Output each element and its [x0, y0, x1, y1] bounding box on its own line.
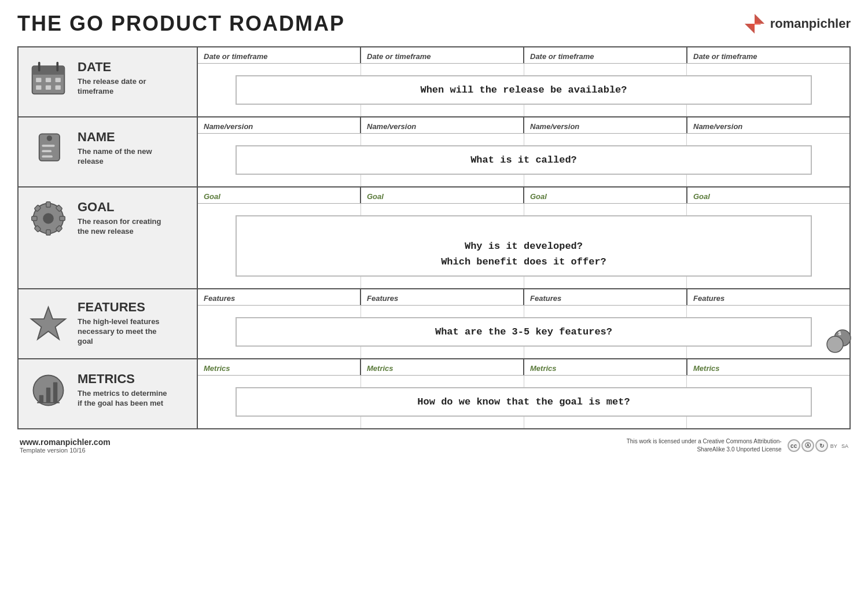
- features-col3-label: Features: [524, 289, 687, 305]
- svg-rect-21: [46, 202, 50, 207]
- svg-rect-23: [31, 216, 36, 220]
- row-features: FEATURES The high-level features necessa…: [18, 289, 850, 359]
- svg-marker-29: [31, 307, 65, 339]
- brand-icon: [744, 13, 766, 35]
- name-subtext: The name of the new release: [78, 147, 170, 167]
- features-content-area: Features Features Features Features What…: [197, 289, 850, 359]
- features-col1-label: Features: [198, 289, 361, 305]
- date-col4-label: Date or timeframe: [687, 47, 849, 63]
- metrics-answer-box: How do we know that the goal is met?: [236, 387, 811, 417]
- row-metrics: METRICS The metrics to determine if the …: [18, 359, 850, 429]
- name-col4-label: Name/version: [687, 117, 849, 133]
- metrics-col1-label: Metrics: [198, 359, 361, 375]
- name-heading: NAME: [78, 130, 170, 145]
- svg-point-31: [827, 336, 843, 352]
- svg-rect-9: [55, 78, 60, 82]
- date-col1-label: Date or timeframe: [198, 47, 361, 63]
- goal-answer-box: Why is it developed? Which benefit does …: [236, 215, 811, 277]
- goal-col1-label: Goal: [198, 187, 361, 203]
- brand-name: romanpichler: [770, 16, 851, 31]
- name-label-cell: NAME The name of the new release: [18, 117, 197, 187]
- goal-col3-label: Goal: [524, 187, 687, 203]
- metrics-answer: How do we know that the goal is met?: [417, 396, 630, 407]
- svg-rect-16: [42, 145, 54, 147]
- metrics-subtext: The metrics to determine if the goal has…: [78, 389, 170, 409]
- features-label-cell: FEATURES The high-level features necessa…: [18, 289, 197, 359]
- name-content-area: Name/version Name/version Name/version N…: [197, 117, 850, 187]
- date-subtext: The release date or timeframe: [78, 77, 170, 97]
- date-icon: [28, 58, 68, 98]
- svg-rect-10: [36, 85, 41, 89]
- svg-rect-18: [42, 155, 53, 157]
- name-answer-box: What is it called?: [236, 145, 811, 175]
- features-heading: FEATURES: [78, 300, 170, 315]
- footer-left: www.romanpichler.com Template version 10…: [20, 437, 111, 454]
- features-icon: [28, 303, 68, 343]
- svg-rect-17: [42, 150, 52, 152]
- page-title: THE GO PRODUCT ROADMAP: [17, 12, 345, 36]
- cc-icon: cc: [788, 439, 800, 452]
- row-goal: GOAL The reason for creating the new rel…: [18, 187, 850, 289]
- svg-rect-36: [53, 382, 57, 402]
- goal-content-area: Goal Goal Goal Goal Why is it developed?…: [197, 187, 850, 289]
- name-answer: What is it called?: [470, 155, 577, 166]
- svg-text:$: $: [838, 330, 841, 336]
- metrics-heading: METRICS: [78, 372, 170, 387]
- page-footer: www.romanpichler.com Template version 10…: [17, 437, 851, 454]
- goal-subtext: The reason for creating the new release: [78, 217, 170, 237]
- svg-rect-11: [45, 85, 50, 89]
- svg-point-20: [43, 213, 54, 224]
- svg-rect-22: [46, 230, 50, 235]
- footer-version: Template version 10/16: [20, 447, 111, 454]
- features-answer-box: What are the 3-5 key features?: [236, 317, 811, 347]
- by-icon: Ⓐ: [801, 439, 814, 452]
- footer-right: This work is licensed under a Creative C…: [620, 437, 848, 454]
- metrics-icon: [28, 370, 68, 410]
- svg-rect-4: [32, 70, 64, 74]
- svg-rect-8: [45, 78, 50, 82]
- svg-rect-35: [46, 387, 50, 402]
- row-name: NAME The name of the new release Name/ve…: [18, 117, 850, 187]
- metrics-col2-label: Metrics: [361, 359, 524, 375]
- date-col2-label: Date or timeframe: [361, 47, 524, 63]
- metrics-content-area: Metrics Metrics Metrics Metrics How do w…: [197, 359, 850, 429]
- features-answer: What are the 3-5 key features?: [435, 326, 612, 337]
- goal-col2-label: Goal: [361, 187, 524, 203]
- goal-icon: [28, 198, 68, 238]
- goal-label-cell: GOAL The reason for creating the new rel…: [18, 187, 197, 289]
- roadmap-table: DATE The release date or timeframe Date …: [17, 46, 851, 429]
- page-header: THE GO PRODUCT ROADMAP romanpichler: [17, 12, 851, 36]
- brand-logo: romanpichler: [744, 13, 851, 35]
- cc-badge: cc Ⓐ ↻ BY SA: [788, 439, 848, 452]
- footer-site: www.romanpichler.com: [20, 437, 111, 447]
- name-col1-label: Name/version: [198, 117, 361, 133]
- footer-license-text: This work is licensed under a Creative C…: [620, 437, 782, 454]
- svg-rect-7: [36, 78, 41, 82]
- metrics-col4-label: Metrics: [687, 359, 849, 375]
- name-col2-label: Name/version: [361, 117, 524, 133]
- goal-heading: GOAL: [78, 200, 170, 215]
- cc-label: BY SA: [830, 443, 848, 449]
- date-answer-box: When will the release be available?: [236, 75, 811, 105]
- metrics-label-cell: METRICS The metrics to determine if the …: [18, 359, 197, 429]
- sa-icon: ↻: [815, 439, 828, 452]
- name-col3-label: Name/version: [524, 117, 687, 133]
- date-col3-label: Date or timeframe: [524, 47, 687, 63]
- goal-answer: Why is it developed? Which benefit does …: [441, 241, 606, 267]
- decorative-stamp: $: [822, 323, 854, 355]
- date-label-cell: DATE The release date or timeframe: [18, 47, 197, 117]
- svg-rect-24: [60, 216, 65, 220]
- metrics-col3-label: Metrics: [524, 359, 687, 375]
- features-col4-label: Features: [687, 289, 849, 305]
- name-icon: [28, 128, 68, 168]
- date-heading: DATE: [78, 60, 170, 75]
- date-content-area: Date or timeframe Date or timeframe Date…: [197, 47, 850, 117]
- features-subtext: The high-level features necessary to mee…: [78, 317, 170, 347]
- row-date: DATE The release date or timeframe Date …: [18, 47, 850, 117]
- date-answer: When will the release be available?: [420, 84, 627, 95]
- svg-rect-34: [39, 395, 43, 402]
- features-col2-label: Features: [361, 289, 524, 305]
- goal-col4-label: Goal: [687, 187, 849, 203]
- svg-rect-12: [55, 85, 60, 89]
